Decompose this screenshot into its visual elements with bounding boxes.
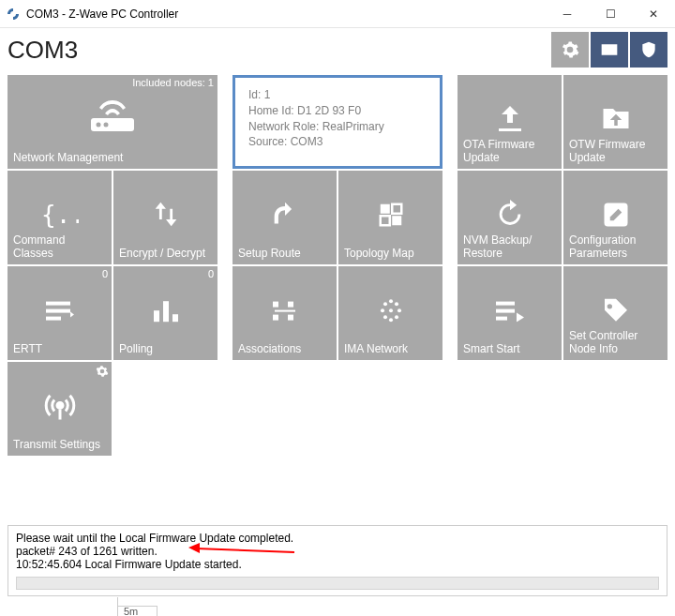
svg-rect-5 xyxy=(392,204,401,214)
lines-icon xyxy=(46,300,74,323)
svg-rect-29 xyxy=(496,302,515,306)
tile-label: Command Classes xyxy=(13,234,106,261)
polling-tile[interactable]: 0 Polling xyxy=(113,266,218,360)
mail-icon xyxy=(600,40,619,59)
svg-rect-18 xyxy=(288,315,293,321)
settings-button[interactable] xyxy=(551,32,589,68)
edit-icon xyxy=(602,201,630,229)
svg-rect-31 xyxy=(496,317,507,321)
status-line-1: Please wait until the Local Firmware Upd… xyxy=(16,532,659,545)
tile-label: Transmit Settings xyxy=(13,439,106,452)
annotation-arrow xyxy=(187,543,299,562)
maximize-button[interactable]: ☐ xyxy=(589,0,632,28)
tile-label: ERTT xyxy=(13,343,106,356)
router-icon xyxy=(87,98,138,135)
svg-point-26 xyxy=(383,315,387,319)
svg-rect-6 xyxy=(380,216,389,225)
otw-firmware-update-tile[interactable]: OTW Firmware Update xyxy=(563,75,668,169)
page-header: COM3 xyxy=(0,28,675,75)
tile-label: Network Management xyxy=(13,152,212,165)
topology-map-tile[interactable]: Topology Map xyxy=(338,171,442,264)
svg-rect-7 xyxy=(392,216,401,225)
svg-line-33 xyxy=(196,548,294,552)
tile-label: Associations xyxy=(238,343,331,356)
mail-button[interactable] xyxy=(591,32,628,68)
status-panel: Please wait until the Local Firmware Upd… xyxy=(8,525,668,596)
svg-rect-11 xyxy=(46,317,61,321)
ertt-count: 0 xyxy=(102,268,108,279)
svg-rect-14 xyxy=(172,314,178,322)
footer-zoom: 5m xyxy=(117,606,158,616)
encrypt-decrypt-tile[interactable]: Encrypt / Decrypt xyxy=(113,171,218,264)
nvm-backup-restore-tile[interactable]: NVM Backup/ Restore xyxy=(458,171,562,264)
svg-point-1 xyxy=(97,123,101,128)
setup-route-tile[interactable]: Setup Route xyxy=(232,171,337,264)
ota-firmware-update-tile[interactable]: OTA Firmware Update xyxy=(458,75,562,169)
smart-start-tile[interactable]: Smart Start xyxy=(458,266,562,360)
tile-label: Polling xyxy=(119,343,212,356)
svg-rect-12 xyxy=(154,310,159,322)
title-bar: COM3 - Z-Wave PC Controller ─ ☐ ✕ xyxy=(0,0,675,28)
configuration-parameters-tile[interactable]: Configuration Parameters xyxy=(563,171,668,264)
tile-label: Encrypt / Decrypt xyxy=(119,248,212,261)
tile-label: Topology Map xyxy=(344,248,437,261)
svg-rect-10 xyxy=(46,309,70,313)
command-classes-tile[interactable]: {..} Command Classes xyxy=(8,171,112,264)
svg-rect-30 xyxy=(496,309,515,313)
network-management-tile[interactable]: Included nodes: 1 Network Management xyxy=(8,75,218,169)
bar-chart-icon xyxy=(152,297,180,323)
svg-rect-19 xyxy=(275,310,295,312)
set-controller-node-info-tile[interactable]: Set Controller Node Info xyxy=(563,266,668,360)
ima-network-tile[interactable]: IMA Network xyxy=(338,266,442,360)
folder-upload-icon xyxy=(598,101,634,135)
list-play-icon xyxy=(496,300,524,323)
associations-tile[interactable]: Associations xyxy=(232,266,337,360)
network-mgmt-nodes-count: Included nodes: 1 xyxy=(132,77,214,88)
svg-rect-9 xyxy=(46,302,70,306)
transmit-settings-tile[interactable]: Transmit Settings xyxy=(8,362,112,456)
braces-icon: {..} xyxy=(41,201,79,229)
tile-label: Set Controller Node Info xyxy=(569,330,662,356)
tile-label: OTA Firmware Update xyxy=(463,139,556,165)
dots-icon xyxy=(378,297,404,323)
svg-point-20 xyxy=(389,299,393,303)
svg-point-2 xyxy=(104,123,109,128)
progress-bar xyxy=(16,577,659,590)
tile-gear-icon xyxy=(95,364,110,379)
tile-label: NVM Backup/ Restore xyxy=(463,234,556,261)
restore-icon xyxy=(494,199,526,231)
nodes-icon xyxy=(271,300,299,323)
svg-point-27 xyxy=(395,315,398,319)
ertt-tile[interactable]: 0 ERTT xyxy=(8,266,112,360)
security-button[interactable] xyxy=(630,32,668,68)
status-line-3: 10:52:45.604 Local Firmware Update start… xyxy=(16,558,659,571)
polling-count: 0 xyxy=(208,268,214,279)
svg-rect-17 xyxy=(273,315,278,321)
tile-label: IMA Network xyxy=(344,343,437,356)
tile-label: OTW Firmware Update xyxy=(569,139,662,165)
minimize-button[interactable]: ─ xyxy=(546,0,589,28)
window-title: COM3 - Z-Wave PC Controller xyxy=(26,8,546,21)
tile-label: Setup Route xyxy=(238,248,331,261)
upload-icon xyxy=(493,101,527,135)
app-icon xyxy=(6,7,21,22)
close-button[interactable]: ✕ xyxy=(632,0,675,28)
svg-rect-13 xyxy=(163,301,169,322)
antenna-icon xyxy=(43,388,77,422)
tile-label: Smart Start xyxy=(463,343,556,356)
svg-point-28 xyxy=(389,318,393,322)
svg-point-24 xyxy=(389,308,393,312)
page-title: COM3 xyxy=(8,36,549,65)
svg-rect-4 xyxy=(380,204,389,214)
shield-icon xyxy=(639,40,658,59)
svg-point-25 xyxy=(398,308,401,312)
svg-rect-15 xyxy=(273,302,278,308)
swap-vert-icon xyxy=(150,197,182,231)
controller-info-tile[interactable]: Id: 1 Home Id: D1 2D 93 F0 Network Role:… xyxy=(232,75,442,169)
svg-point-23 xyxy=(381,308,384,312)
tile-label: Configuration Parameters xyxy=(569,234,662,261)
status-line-2: packet# 243 of 1261 written. xyxy=(16,545,659,558)
svg-point-32 xyxy=(57,402,63,408)
route-icon xyxy=(269,199,301,231)
svg-rect-16 xyxy=(288,302,293,308)
